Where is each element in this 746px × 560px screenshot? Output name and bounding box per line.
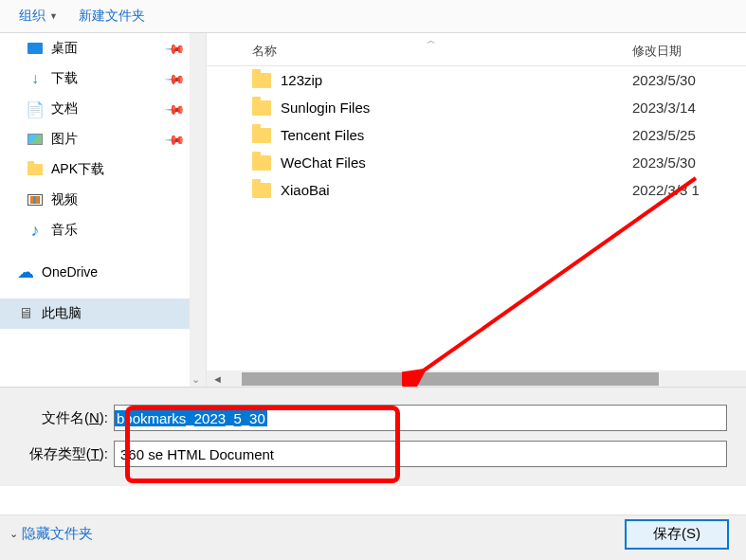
filetype-label: 保存类型(T): <box>19 445 114 463</box>
file-list: 123zip 2023/5/30 Sunlogin Files 2023/3/1… <box>207 66 746 370</box>
filetype-row: 保存类型(T): 360 se HTML Document <box>19 441 727 467</box>
desktop-icon <box>27 40 44 57</box>
document-icon: 📄 <box>27 100 44 117</box>
download-icon: ↓ <box>27 70 44 87</box>
content-pane: 名称 修改日期 ︿ 123zip 2023/5/30 Sunlogin File… <box>207 33 746 387</box>
main-area: 桌面 📌 ↓ 下载 📌 📄 文档 📌 图片 📌 APK下载 视频 ♪ 音 <box>0 33 746 388</box>
sidebar-item-music[interactable]: ♪ 音乐 <box>0 215 206 245</box>
sidebar-item-videos[interactable]: 视频 <box>0 185 206 215</box>
pin-icon: 📌 <box>164 37 186 59</box>
sidebar-label: 图片 <box>51 131 78 148</box>
folder-icon <box>252 183 271 198</box>
file-row[interactable]: 123zip 2023/5/30 <box>207 66 746 94</box>
column-modified[interactable]: 修改日期 <box>632 43 746 60</box>
folder-icon <box>252 155 271 171</box>
file-row[interactable]: Tencent Files 2023/5/25 <box>207 121 746 149</box>
file-name: WeChat Files <box>281 154 632 171</box>
pin-icon: 📌 <box>164 67 186 89</box>
sidebar-label: 下载 <box>51 70 78 87</box>
sidebar-label: 文档 <box>51 100 78 117</box>
file-date: 2023/3/14 <box>632 99 746 116</box>
sidebar-item-this-pc[interactable]: 🖥 此电脑 <box>0 298 206 329</box>
filename-input[interactable]: bookmarks_2023_5_30 <box>114 405 727 431</box>
filename-row: 文件名(N): bookmarks_2023_5_30 <box>19 405 727 431</box>
new-folder-label: 新建文件夹 <box>79 8 145 25</box>
sidebar-label: 视频 <box>51 191 78 208</box>
sidebar-item-apk[interactable]: APK下载 <box>0 154 206 185</box>
hide-folders-toggle[interactable]: ⌄ 隐藏文件夹 <box>9 525 93 543</box>
sidebar-item-onedrive[interactable]: ☁ OneDrive <box>0 257 206 287</box>
sidebar-item-pictures[interactable]: 图片 📌 <box>0 124 206 154</box>
onedrive-icon: ☁ <box>17 263 34 280</box>
footer: ⌄ 隐藏文件夹 保存(S) <box>0 515 746 560</box>
chevron-down-icon: ⌄ <box>9 528 18 540</box>
sidebar-label: APK下载 <box>51 161 104 178</box>
file-row[interactable]: Sunlogin Files 2023/3/14 <box>207 94 746 121</box>
filename-label: 文件名(N): <box>19 409 114 427</box>
chevron-down-icon: ▼ <box>49 11 58 21</box>
filetype-value: 360 se HTML Document <box>120 446 274 462</box>
toolbar: 组织 ▼ 新建文件夹 <box>0 0 746 33</box>
pin-icon: 📌 <box>164 98 186 119</box>
file-name: 123zip <box>281 72 632 88</box>
file-date: 2023/5/30 <box>632 154 746 171</box>
horizontal-scrollbar[interactable]: ◄ <box>207 370 746 387</box>
folder-icon <box>27 161 44 178</box>
organize-dropdown[interactable]: 组织 ▼ <box>11 4 65 28</box>
sidebar-label: 桌面 <box>51 40 78 57</box>
splitter-handle-icon[interactable]: ⌄ <box>191 373 200 386</box>
sidebar-label: 此电脑 <box>42 305 82 322</box>
folder-icon <box>252 100 271 116</box>
file-name: Sunlogin Files <box>281 99 632 116</box>
organize-label: 组织 <box>19 8 45 25</box>
file-date: 2023/5/25 <box>632 127 746 143</box>
save-form: 文件名(N): bookmarks_2023_5_30 保存类型(T): 360… <box>0 388 746 486</box>
scroll-left-icon[interactable]: ◄ <box>212 373 223 385</box>
folder-icon <box>252 73 271 88</box>
sidebar-label: 音乐 <box>51 222 78 239</box>
file-row[interactable]: WeChat Files 2023/5/30 <box>207 149 746 176</box>
sidebar-item-desktop[interactable]: 桌面 📌 <box>0 33 206 63</box>
sidebar-label: OneDrive <box>42 264 98 280</box>
column-headers: 名称 修改日期 <box>207 33 746 66</box>
video-icon <box>27 191 44 208</box>
sidebar-item-downloads[interactable]: ↓ 下载 📌 <box>0 63 206 94</box>
filename-value: bookmarks_2023_5_30 <box>115 410 267 426</box>
file-row[interactable]: XiaoBai 2022/3/3 1 <box>207 176 746 204</box>
pc-icon: 🖥 <box>17 305 34 322</box>
file-date: 2022/3/3 1 <box>632 182 746 198</box>
file-name: Tencent Files <box>281 127 632 143</box>
new-folder-button[interactable]: 新建文件夹 <box>71 4 153 28</box>
save-label: 保存(S) <box>653 525 701 541</box>
pictures-icon <box>27 131 44 148</box>
file-name: XiaoBai <box>281 182 632 198</box>
sidebar-item-documents[interactable]: 📄 文档 📌 <box>0 94 206 124</box>
filetype-dropdown[interactable]: 360 se HTML Document <box>114 441 727 467</box>
save-button[interactable]: 保存(S) <box>625 519 729 550</box>
sidebar: 桌面 📌 ↓ 下载 📌 📄 文档 📌 图片 📌 APK下载 视频 ♪ 音 <box>0 33 207 387</box>
scrollbar-thumb[interactable] <box>242 372 659 386</box>
folder-icon <box>252 128 271 143</box>
pin-icon: 📌 <box>164 128 186 150</box>
hide-folders-label: 隐藏文件夹 <box>22 525 93 543</box>
music-icon: ♪ <box>27 222 44 239</box>
sort-indicator-icon: ︿ <box>427 34 436 47</box>
file-date: 2023/5/30 <box>632 72 746 88</box>
